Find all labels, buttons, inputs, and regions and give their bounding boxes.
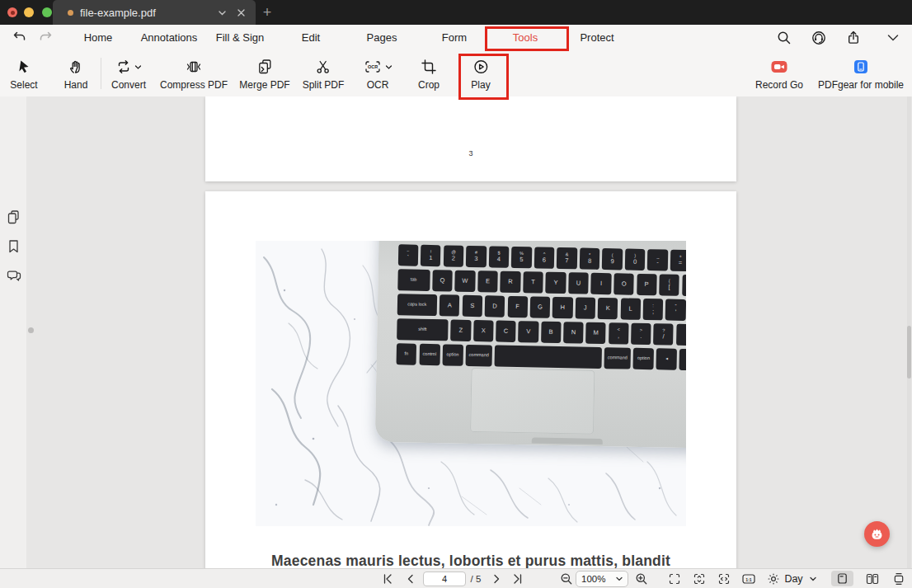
hand-tool-button[interactable]: Hand	[64, 57, 88, 91]
pdfgear-mobile-button[interactable]: PDFgear for mobile	[818, 57, 904, 91]
select-tool-button[interactable]: Select	[10, 57, 37, 91]
keyboard-key: !1	[421, 244, 441, 266]
keyboard-key: _-	[647, 249, 668, 271]
redo-icon[interactable]	[39, 30, 54, 45]
crop-tool-button[interactable]: Crop	[418, 57, 440, 91]
pdf-page-4: ~`!1@2#3$4%5^6&7*8(9)0_-+=deletetabQWERT…	[205, 191, 736, 568]
fit-width-icon[interactable]	[718, 573, 731, 586]
merge-pdf-tool-button[interactable]: Merge PDF	[239, 57, 289, 91]
convert-tool-button[interactable]: Convert	[111, 57, 146, 91]
compress-pdf-tool-button[interactable]: Compress PDF	[160, 57, 228, 91]
keyboard-key: W	[454, 270, 475, 292]
keyboard-key: I	[591, 272, 612, 294]
two-page-layout-icon[interactable]	[866, 573, 879, 586]
convert-dropdown-chevron-icon	[134, 64, 142, 71]
keyboard-key: P	[637, 273, 657, 295]
tab-close-icon[interactable]	[237, 8, 246, 17]
collapse-toolbar-chevron-icon[interactable]	[887, 34, 900, 42]
keyboard-key: N	[563, 322, 584, 344]
cursor-icon	[10, 57, 37, 77]
robot-icon	[868, 525, 886, 543]
fit-page-icon[interactable]	[669, 573, 681, 586]
zoom-out-icon[interactable]	[561, 573, 573, 586]
first-page-icon[interactable]	[383, 574, 393, 585]
menu-tab-form[interactable]: Form	[442, 31, 467, 44]
undo-icon[interactable]	[12, 30, 27, 45]
keyboard-key: Z	[451, 319, 472, 341]
zoom-in-icon[interactable]	[636, 573, 648, 586]
scissors-icon	[303, 57, 345, 77]
menu-tab-pages[interactable]: Pages	[367, 31, 397, 44]
assistant-robot-button[interactable]	[864, 521, 890, 547]
traffic-minimize-button[interactable]	[24, 7, 34, 17]
scrollbar-thumb[interactable]	[907, 326, 911, 379]
keyboard-key: R	[501, 270, 521, 293]
comments-icon[interactable]	[6, 268, 22, 284]
panel-sidebar	[0, 96, 27, 568]
page-number-input[interactable]	[423, 572, 466, 586]
view-mode-label[interactable]: Day	[784, 573, 802, 585]
keyboard-key: L	[620, 298, 641, 320]
continuous-scroll-layout-icon[interactable]	[893, 573, 905, 586]
sidebar-resize-handle[interactable]	[28, 327, 34, 333]
keyboard-key: %5	[511, 246, 532, 268]
support-headset-icon[interactable]	[811, 30, 828, 47]
document-tab[interactable]: file-example.pdf	[53, 0, 256, 25]
keyboard-key: "'	[665, 299, 686, 321]
vertical-scrollbar[interactable]	[907, 96, 911, 568]
tab-title: file-example.pdf	[80, 7, 218, 19]
keyboard-key: tab	[397, 269, 430, 292]
menu-tab-home[interactable]: Home	[84, 31, 113, 44]
keyboard-key: ~`	[397, 244, 418, 266]
keyboard-key: U	[568, 272, 589, 294]
actual-size-icon[interactable]: 1:1	[742, 573, 756, 586]
play-tool-button[interactable]: Play	[471, 57, 490, 91]
keyboard-key: <,	[609, 322, 629, 345]
previous-page-icon[interactable]	[406, 574, 416, 584]
keyboard-key: M	[585, 322, 606, 344]
keyboard-key: ^6	[534, 247, 555, 269]
day-mode-chevron-icon[interactable]	[809, 575, 818, 584]
keyboard-key: D	[485, 295, 505, 318]
day-mode-sun-icon[interactable]	[768, 573, 780, 586]
last-page-icon[interactable]	[513, 574, 524, 585]
menu-tab-fill-sign[interactable]: Fill & Sign	[216, 31, 265, 44]
split-pdf-tool-button[interactable]: Split PDF	[303, 57, 345, 91]
convert-icon	[115, 59, 132, 75]
menu-tab-protect[interactable]: Protect	[580, 31, 613, 44]
next-page-icon[interactable]	[491, 574, 501, 584]
keyboard-key: $4	[489, 246, 510, 268]
page-total-label: / 5	[471, 574, 482, 584]
menu-tab-annotations[interactable]: Annotations	[141, 31, 198, 44]
zoom-level-value: 100%	[581, 574, 615, 584]
record-go-button[interactable]: Record Go	[755, 57, 803, 91]
keyboard-key: H	[552, 296, 573, 318]
bookmarks-icon[interactable]	[6, 238, 21, 254]
zoom-level-select[interactable]: 100%	[576, 571, 628, 587]
tab-chevron-icon[interactable]	[218, 8, 227, 17]
search-icon[interactable]	[776, 30, 792, 46]
ocr-tool-button[interactable]: OCR OCR	[363, 57, 393, 91]
keyboard-key: :;	[643, 299, 664, 321]
page-thumbnails-icon[interactable]	[6, 209, 21, 225]
keyboard-key: @2	[443, 245, 463, 267]
new-tab-button[interactable]: +	[257, 2, 277, 22]
share-icon[interactable]	[845, 30, 862, 46]
keyboard-key: ?/	[653, 323, 674, 346]
fit-height-icon[interactable]	[693, 573, 706, 586]
menu-tab-tools[interactable]: Tools	[513, 31, 538, 44]
keyboard-key: command	[604, 347, 631, 369]
pdf-heading-text: Maecenas mauris lectus, lobortis et puru…	[205, 553, 736, 568]
menu-tab-edit[interactable]: Edit	[302, 31, 320, 44]
traffic-zoom-button[interactable]	[42, 7, 52, 17]
zoom-select-chevron-icon	[615, 575, 623, 583]
record-go-icon	[755, 57, 803, 77]
single-page-layout-button[interactable]	[831, 571, 853, 586]
document-view[interactable]: 3	[26, 96, 912, 568]
keyboard-key: fn	[396, 343, 416, 365]
traffic-close-button[interactable]	[7, 7, 17, 17]
status-bar: / 5 100% 1:1 Day	[0, 568, 912, 588]
keyboard-key: V	[518, 321, 538, 343]
laptop-body: ~`!1@2#3$4%5^6&7*8(9)0_-+=deletetabQWERT…	[375, 241, 686, 449]
keyboard-key: }]	[682, 274, 686, 296]
